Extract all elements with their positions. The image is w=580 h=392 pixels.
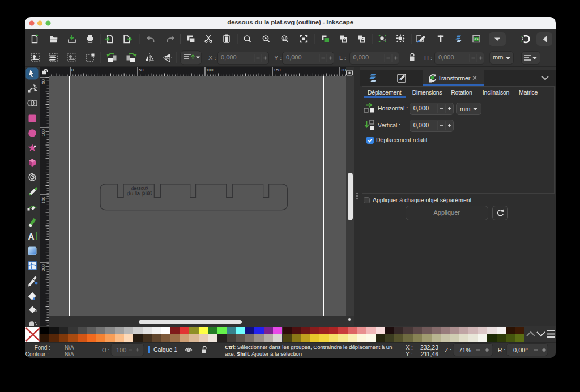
svg-text:Calque 1: Calque 1 — [153, 346, 177, 353]
svg-text:Z :: Z : — [445, 347, 451, 353]
svg-text:Contour :: Contour : — [25, 351, 49, 357]
svg-text:232,23: 232,23 — [420, 344, 438, 351]
svg-text:100: 100 — [206, 67, 214, 73]
svg-text:200: 200 — [341, 67, 346, 73]
svg-text:axe; Shift: Ajouter à la sélec: axe; Shift: Ajouter à la sélection — [225, 351, 302, 357]
svg-text:du la plat: du la plat — [127, 189, 152, 197]
svg-text:N/A: N/A — [65, 351, 74, 357]
svg-text:Transformer: Transformer — [438, 75, 471, 82]
svg-text:150: 150 — [41, 197, 46, 204]
svg-text:211,46: 211,46 — [421, 351, 438, 357]
svg-text:R :: R : — [498, 347, 505, 353]
svg-text:100: 100 — [116, 347, 126, 353]
svg-text:<>: <> — [474, 37, 479, 41]
svg-text:0,00°: 0,00° — [513, 347, 528, 353]
svg-text:O :: O : — [102, 347, 109, 353]
svg-text:Fond :: Fond : — [35, 344, 50, 351]
svg-text:Y :: Y : — [406, 351, 413, 357]
svg-text:A: A — [28, 232, 35, 242]
svg-text:150: 150 — [274, 67, 281, 73]
svg-text:200: 200 — [41, 264, 46, 271]
svg-text:Ctrl: Sélectionner dans les gr: Ctrl: Sélectionner dans les groupes, Con… — [225, 344, 392, 350]
svg-text:0: 0 — [71, 67, 74, 73]
svg-text:X :: X : — [406, 344, 413, 351]
svg-text:N/A: N/A — [65, 344, 74, 351]
svg-text:50: 50 — [139, 67, 143, 73]
svg-text:71%: 71% — [459, 347, 471, 353]
svg-text:100: 100 — [41, 129, 46, 137]
svg-text:50: 50 — [41, 79, 46, 84]
